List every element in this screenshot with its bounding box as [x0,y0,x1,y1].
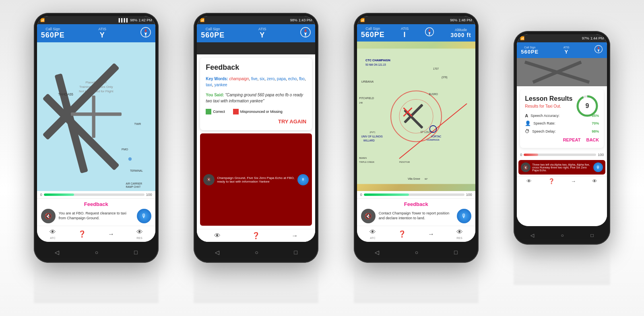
svg-text:TAHOA55: TAHOA55 [58,92,73,96]
back-button-4[interactable]: BACK [586,137,599,142]
feedback-row-3: 🔇 Contact Champaign Tower to report posi… [361,209,471,223]
eye-icon-4: 👁 [526,178,532,184]
atc-label-3: ATC [370,237,375,239]
res-btn-3[interactable]: 👁 RES [456,229,463,239]
progress-min-4: 0 [520,153,522,157]
atis-value-3: I [404,31,406,39]
progress-track-4 [524,154,596,156]
signal-icon-1: 📶 [40,18,45,22]
next-btn-4[interactable]: → [571,178,576,184]
atc-button-1[interactable]: 👁 ATC [50,229,56,239]
scene: 📶 ▌▌▌▌ 98% 1:42 PM Call Sign 560PE [0,0,644,316]
phone-3-wrapper: 📶 96% 1:48 PM Call Sign 560PE ATIS [354,13,479,303]
mic-button-3[interactable]: 🎙 [457,209,471,223]
callsign-value-4: 560PE [521,49,539,55]
compass-1: N [140,27,151,40]
svg-rect-24 [357,49,475,184]
rate-icon-4: 👤 [525,121,531,126]
repeat-button-4[interactable]: REPEAT [563,137,581,142]
svg-text:TERMINAL: TERMINAL [130,169,143,172]
svg-text:N: N [429,34,430,37]
phone-4-reflection [514,237,610,285]
progress-max-4: 100 [598,153,604,157]
keyword-zero: zero [267,77,275,81]
mic-button-1[interactable]: 🎙 [137,209,151,223]
atis-label-1: ATIS [99,27,106,31]
speaker-btn-4[interactable]: 🔇 [521,162,530,172]
callsign-value-2: 560PE [201,31,225,40]
progress-fill-3 [364,193,409,196]
callsign-value-3: 560PE [361,31,385,39]
map-thumb-4 [517,58,607,86]
signal-icon-4: 📶 [520,36,524,40]
phone-2-wrapper: 📶 98% 1:43 PM Call Sign 560PE ATIS [194,13,318,303]
help-btn-4[interactable]: ❓ [548,178,555,184]
eye-btn-2[interactable]: 👁 [214,232,221,239]
speaker-btn-2[interactable]: 🔇 [203,174,215,185]
eye2-btn-4[interactable]: 👁 [592,178,597,184]
feedback-section-4: 🔇 Three two left via Alpha two, Alpha, A… [518,160,605,175]
atis-label-4: ATIS [564,46,570,49]
callsign-group-1: Call Sign 560PE [41,27,65,40]
mic-btn-2[interactable]: 🎙 [297,174,309,185]
atis-value-2: Y [260,31,265,40]
speaker-button-3[interactable]: 🔇 [361,209,376,223]
bottom-toolbar-4: 👁 ❓ → 👁 [517,176,607,186]
kw-sep7: , [305,77,306,81]
atis-group-4: ATIS Y [564,46,570,55]
svg-point-15 [128,157,132,160]
phone-2-reflection [194,255,318,303]
svg-text:90°: 90° [425,178,428,180]
keywords-label-2: Key Words: [206,77,229,81]
next-button-1[interactable]: → [108,231,114,238]
callsign-label-3: Call Sign [365,27,380,31]
progress-min-3: 0 [360,193,362,197]
phone-1-reflection [34,255,159,303]
atis-value-1: Y [100,31,105,40]
help-button-1[interactable]: ❓ [78,230,86,238]
signal-icon-2: 📶 [200,18,204,22]
svg-text:URBANA: URBANA [361,80,374,83]
svg-text:(PVT): (PVT) [369,131,375,134]
app-header-1: Call Sign 560PE ATIS Y N [37,24,155,42]
next-btn-2[interactable]: → [291,232,298,239]
map-thumb-svg-4 [517,58,607,86]
progress-row-3: 0 100 [357,191,475,198]
battery-1: 98% [130,18,137,22]
next-btn-3[interactable]: → [428,231,434,238]
status-time-2: 98% 1:43 PM [290,18,312,22]
question-icon-2: ❓ [252,232,260,239]
compass-2: N [300,27,311,40]
arrow-icon-1: → [108,231,114,238]
arrow-icon-2: → [291,232,298,239]
atis-label-3: ATIS [401,27,409,31]
time-1: 1:42 PM [138,18,152,22]
status-icons-2: 📶 [200,18,204,22]
svg-rect-8 [71,112,122,116]
altitude-group-3: Altitude 3000 ft [450,28,471,38]
atc-btn-3[interactable]: 👁 ATC [369,229,376,239]
atis-value-4: Y [564,49,568,55]
keyword-taxi: taxi [206,83,212,87]
help-btn-3[interactable]: ❓ [398,230,406,238]
progress-track-3 [364,193,464,196]
speaker-button-1[interactable]: 🔇 [41,209,56,223]
mic-btn-4[interactable]: 🎙 [593,162,603,172]
progress-max-1: 100 [146,193,152,197]
try-again-button-2[interactable]: TRY AGAIN [206,118,306,125]
airport-map-1: PlaneEnglish®Training Purposes OnlyNot t… [37,42,155,191]
status-bar-2: 📶 98% 1:43 PM [197,16,315,24]
phone-4-wrapper: 📶 97% 1:44 PM Call Sign 560PE ATIS [514,31,610,285]
eye-btn-4[interactable]: 👁 [526,178,532,184]
svg-text:BUSRO: BUSRO [429,93,438,96]
help-btn-2[interactable]: ❓ [252,232,260,239]
status-icons-4: 📶 [520,36,524,40]
res-button-1[interactable]: 👁 RES [136,229,143,239]
modal-title-2: Feedback [206,63,306,72]
correct-label-2: Correct [213,110,225,114]
svg-text:VORTAC: VORTAC [431,135,442,138]
modal-container-2: Feedback Key Words: champaign, five, six… [197,54,315,242]
keyword-echo: echo [288,77,297,81]
callsign-value-1: 560PE [41,31,65,40]
eye-icon-2: 👁 [214,232,221,239]
